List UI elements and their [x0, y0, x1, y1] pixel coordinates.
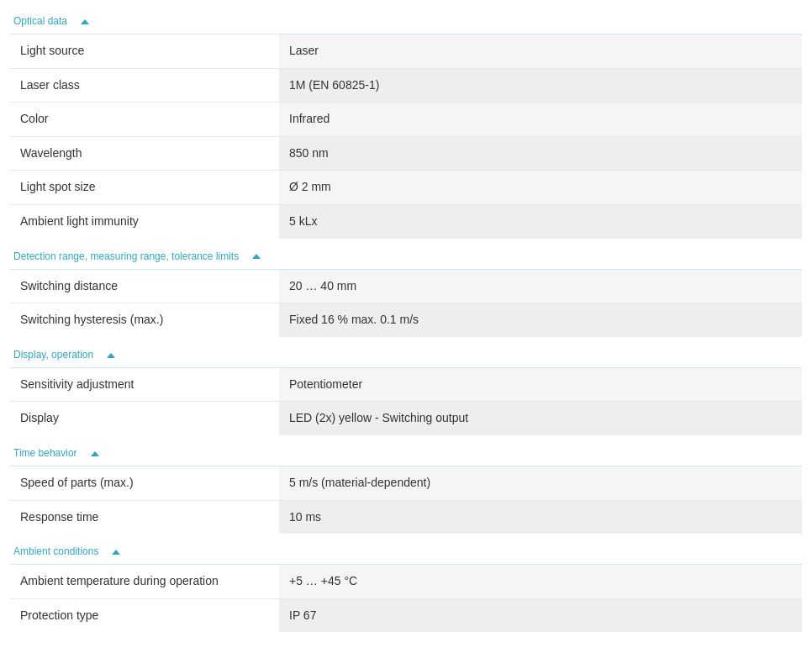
property-label: Laser class	[10, 68, 279, 103]
section-header-time-behavior[interactable]: Time behavior	[10, 439, 802, 466]
property-value: Potentiometer	[279, 368, 802, 402]
table-row: ColorInfrared	[10, 103, 802, 137]
property-value: 850 nm	[279, 136, 802, 171]
chevron-up-icon-time-behavior	[87, 447, 99, 459]
property-value: 20 … 40 mm	[279, 270, 802, 303]
table-row: Switching distance20 … 40 mm	[10, 270, 802, 303]
table-row: Ambient temperature during operation+5 ……	[10, 565, 802, 598]
section-label-detection-range: Detection range, measuring range, tolera…	[13, 250, 239, 262]
section-time-behavior: Time behaviorSpeed of parts (max.)5 m/s …	[10, 439, 802, 534]
section-ambient-conditions: Ambient conditionsAmbient temperature du…	[10, 537, 802, 632]
table-row: Light sourceLaser	[10, 34, 802, 68]
property-label: Speed of parts (max.)	[10, 466, 279, 500]
property-value: Infrared	[279, 103, 802, 137]
property-label: Color	[10, 103, 279, 137]
property-label: Response time	[10, 500, 279, 534]
property-label: Ambient light immunity	[10, 204, 279, 238]
section-detection-range: Detection range, measuring range, tolera…	[10, 242, 802, 337]
section-label-optical-data: Optical data	[13, 15, 67, 27]
table-row: Laser class1M (EN 60825-1)	[10, 68, 802, 103]
property-label: Light spot size	[10, 171, 279, 205]
chevron-up-icon-ambient-conditions	[108, 545, 120, 557]
data-table-detection-range: Switching distance20 … 40 mmSwitching hy…	[10, 270, 802, 337]
property-label: Wavelength	[10, 136, 279, 171]
property-label: Ambient temperature during operation	[10, 565, 279, 598]
property-label: Switching distance	[10, 270, 279, 303]
section-header-optical-data[interactable]: Optical data	[10, 7, 802, 34]
section-header-detection-range[interactable]: Detection range, measuring range, tolera…	[10, 242, 802, 270]
table-row: DisplayLED (2x) yellow - Switching outpu…	[10, 402, 802, 435]
table-row: Wavelength850 nm	[10, 136, 802, 171]
section-header-ambient-conditions[interactable]: Ambient conditions	[10, 537, 802, 565]
property-label: Light source	[10, 34, 279, 68]
property-value: 1M (EN 60825-1)	[279, 68, 802, 103]
property-value: Laser	[279, 34, 802, 68]
data-table-optical-data: Light sourceLaserLaser class1M (EN 60825…	[10, 34, 802, 239]
property-label: Display	[10, 402, 279, 435]
property-label: Switching hysteresis (max.)	[10, 303, 279, 337]
section-header-display-operation[interactable]: Display, operation	[10, 340, 802, 368]
table-row: Response time10 ms	[10, 500, 802, 534]
property-value: LED (2x) yellow - Switching output	[279, 402, 802, 435]
section-display-operation: Display, operationSensitivity adjustment…	[10, 340, 802, 435]
property-value: 10 ms	[279, 500, 802, 534]
property-value: 5 kLx	[279, 204, 802, 238]
property-value: Ø 2 mm	[279, 171, 802, 205]
table-row: Ambient light immunity5 kLx	[10, 204, 802, 238]
main-container: Optical dataLight sourceLaserLaser class…	[0, 0, 812, 642]
property-value: +5 … +45 °C	[279, 565, 802, 598]
chevron-up-icon-display-operation	[103, 349, 115, 361]
property-value: Fixed 16 % max. 0.1 m/s	[279, 303, 802, 337]
table-row: Speed of parts (max.)5 m/s (material-dep…	[10, 466, 802, 500]
section-label-ambient-conditions: Ambient conditions	[13, 545, 98, 557]
property-label: Sensitivity adjustment	[10, 368, 279, 402]
table-row: Protection typeIP 67	[10, 598, 802, 632]
section-label-display-operation: Display, operation	[13, 349, 93, 361]
data-table-display-operation: Sensitivity adjustmentPotentiometerDispl…	[10, 368, 802, 435]
section-label-time-behavior: Time behavior	[13, 447, 77, 459]
section-optical-data: Optical dataLight sourceLaserLaser class…	[10, 7, 802, 239]
property-label: Protection type	[10, 598, 279, 632]
property-value: 5 m/s (material-dependent)	[279, 466, 802, 500]
table-row: Light spot sizeØ 2 mm	[10, 171, 802, 205]
table-row: Sensitivity adjustmentPotentiometer	[10, 368, 802, 402]
chevron-up-icon-optical-data	[77, 15, 89, 27]
data-table-time-behavior: Speed of parts (max.)5 m/s (material-dep…	[10, 466, 802, 534]
property-value: IP 67	[279, 598, 802, 632]
chevron-up-icon-detection-range	[249, 250, 261, 262]
table-row: Switching hysteresis (max.)Fixed 16 % ma…	[10, 303, 802, 337]
data-table-ambient-conditions: Ambient temperature during operation+5 ……	[10, 565, 802, 632]
